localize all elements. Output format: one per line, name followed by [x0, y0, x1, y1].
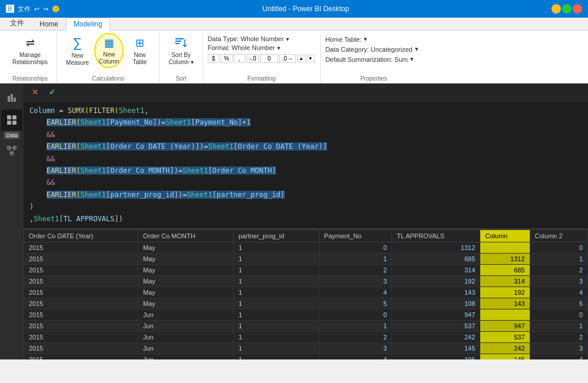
- col-header-order-co-month[interactable]: Order Co MONTH: [138, 229, 234, 242]
- spinup-btn[interactable]: ▲: [297, 55, 305, 62]
- currency-btn[interactable]: $: [208, 54, 220, 63]
- table-cell[interactable]: May: [138, 242, 234, 253]
- spindown-btn[interactable]: ▼: [307, 55, 315, 62]
- table-cell[interactable]: 1: [234, 309, 319, 320]
- table-cell[interactable]: 242: [392, 331, 480, 342]
- table-cell[interactable]: Jun: [138, 320, 234, 331]
- table-cell[interactable]: 192: [480, 287, 530, 298]
- close-btn[interactable]: [573, 4, 582, 14]
- table-cell[interactable]: 2015: [24, 287, 138, 298]
- table-cell[interactable]: 1: [530, 320, 587, 331]
- table-cell[interactable]: 2015: [24, 298, 138, 309]
- table-cell[interactable]: 1: [234, 253, 319, 264]
- sidebar-item-model[interactable]: [1, 140, 22, 161]
- tab-modeling[interactable]: Modeling: [66, 18, 110, 31]
- qat-undo[interactable]: ↩: [34, 5, 39, 13]
- new-table-button[interactable]: ⊞ NewTable: [125, 33, 154, 68]
- col-header-payment-no[interactable]: Payment_No: [319, 229, 392, 242]
- summarization-chevron[interactable]: ▾: [410, 55, 414, 63]
- qat-redo[interactable]: ↪: [43, 5, 48, 13]
- table-cell[interactable]: 2015: [24, 264, 138, 275]
- table-cell[interactable]: 108: [392, 298, 480, 309]
- table-cell[interactable]: 192: [392, 275, 480, 287]
- col-header-tl-approvals[interactable]: TL APPROVALS: [392, 229, 480, 242]
- qat-file[interactable]: 文件: [18, 5, 31, 14]
- table-cell[interactable]: May: [138, 264, 234, 275]
- table-cell[interactable]: 1: [234, 275, 319, 287]
- table-cell[interactable]: 2: [530, 331, 587, 342]
- table-cell[interactable]: 4: [530, 354, 587, 359]
- table-cell[interactable]: 2015: [24, 342, 138, 354]
- table-cell[interactable]: 2: [530, 264, 587, 275]
- table-cell[interactable]: 2015: [24, 331, 138, 342]
- tab-home[interactable]: Home: [32, 18, 66, 30]
- table-cell[interactable]: 1: [234, 354, 319, 359]
- col-header-partner-prog-id[interactable]: partner_prog_id: [234, 229, 319, 242]
- table-cell[interactable]: 947: [480, 320, 530, 331]
- new-measure-button[interactable]: ∑ NewMeasure: [62, 33, 93, 68]
- data-type-chevron[interactable]: ▾: [286, 36, 289, 42]
- table-cell[interactable]: 1: [234, 331, 319, 342]
- table-cell[interactable]: 1: [234, 320, 319, 331]
- sidebar-item-data[interactable]: [1, 109, 22, 131]
- table-cell[interactable]: 1: [234, 342, 319, 354]
- table-cell[interactable]: 1: [530, 253, 587, 264]
- table-cell[interactable]: Jun: [138, 354, 234, 359]
- table-cell[interactable]: 2015: [24, 320, 138, 331]
- table-cell[interactable]: 0: [319, 309, 392, 320]
- table-cell[interactable]: 4: [319, 354, 392, 359]
- data-category-chevron[interactable]: ▾: [415, 45, 418, 53]
- table-cell[interactable]: 1: [234, 287, 319, 298]
- dec-minus-btn[interactable]: -.0: [247, 54, 260, 63]
- table-cell[interactable]: 2015: [24, 354, 138, 359]
- manage-relationships-button[interactable]: ⇌ ManageRelationships: [8, 33, 52, 68]
- formula-confirm-btn[interactable]: ✓: [45, 86, 59, 98]
- table-cell[interactable]: 4: [319, 287, 392, 298]
- table-cell[interactable]: May: [138, 275, 234, 287]
- table-cell[interactable]: 537: [392, 320, 480, 331]
- table-cell[interactable]: 0: [530, 309, 587, 320]
- table-cell[interactable]: 242: [480, 342, 530, 354]
- table-cell[interactable]: 5: [319, 298, 392, 309]
- table-cell[interactable]: 3: [319, 275, 392, 287]
- comma-btn[interactable]: ,: [234, 54, 245, 63]
- table-cell[interactable]: 1: [234, 298, 319, 309]
- col-header-order-co-date-year[interactable]: Order Co DATE (Year): [24, 229, 138, 242]
- table-cell[interactable]: 143: [392, 287, 480, 298]
- table-cell[interactable]: 5: [530, 298, 587, 309]
- table-cell[interactable]: 2: [319, 331, 392, 342]
- tab-file[interactable]: 文件: [2, 16, 32, 30]
- table-cell[interactable]: 3: [530, 275, 587, 287]
- table-cell[interactable]: 2015: [24, 242, 138, 253]
- table-cell[interactable]: 2: [319, 264, 392, 275]
- table-cell[interactable]: 1312: [392, 242, 480, 253]
- maximize-btn[interactable]: [562, 4, 572, 14]
- table-cell[interactable]: 1: [319, 320, 392, 331]
- table-cell[interactable]: 106: [392, 354, 480, 359]
- table-cell[interactable]: 2015: [24, 253, 138, 264]
- table-cell[interactable]: 145: [480, 354, 530, 359]
- table-cell[interactable]: 0: [319, 242, 392, 253]
- table-cell[interactable]: 1: [234, 264, 319, 275]
- table-cell[interactable]: May: [138, 287, 234, 298]
- format-value-input[interactable]: [260, 54, 278, 63]
- table-cell[interactable]: Jun: [138, 331, 234, 342]
- formula-cancel-btn[interactable]: ✕: [28, 86, 42, 98]
- formula-display[interactable]: Column = SUMX(FILTER(Sheet1, EARLIER(She…: [24, 101, 588, 229]
- table-cell[interactable]: May: [138, 253, 234, 264]
- table-cell[interactable]: 1: [234, 242, 319, 253]
- new-column-button[interactable]: ▦ NewColumn: [94, 33, 124, 68]
- table-cell[interactable]: 4: [530, 287, 587, 298]
- table-cell[interactable]: 2015: [24, 309, 138, 320]
- table-cell[interactable]: 3: [319, 342, 392, 354]
- table-cell[interactable]: 947: [392, 309, 480, 320]
- table-cell[interactable]: 1312: [480, 253, 530, 264]
- qat-emoji[interactable]: 🙂: [52, 5, 60, 13]
- table-cell[interactable]: 314: [480, 275, 530, 287]
- sidebar-item-report[interactable]: [1, 87, 22, 108]
- table-cell[interactable]: Jun: [138, 309, 234, 320]
- table-cell[interactable]: 0: [530, 242, 587, 253]
- col-header-column2[interactable]: Column 2: [530, 229, 587, 242]
- table-cell[interactable]: 685: [480, 264, 530, 275]
- percent-btn[interactable]: %: [221, 54, 232, 63]
